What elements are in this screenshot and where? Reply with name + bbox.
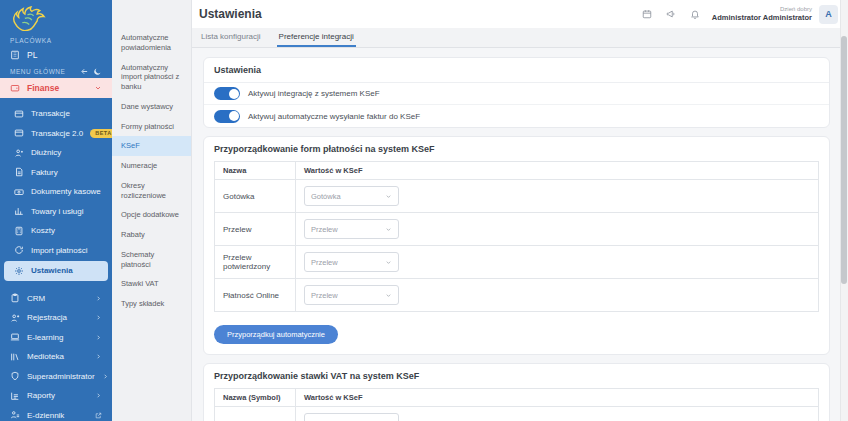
scrollbar-thumb[interactable] bbox=[841, 36, 847, 284]
submenu-item-numeracje[interactable]: Numeracje bbox=[112, 156, 191, 176]
vat-mapping-table: Nazwa (Symbol) Wartość w KSeF zw (zw) zw… bbox=[214, 388, 819, 421]
sidebar-item-transakcje-2-0[interactable]: Transakcje 2.0 BETA bbox=[0, 124, 112, 144]
sidebar-item-label: Dłużnicy bbox=[31, 148, 102, 157]
tab-preferencje-integracji[interactable]: Preferencje integracji bbox=[277, 28, 356, 47]
logo-eagle bbox=[0, 0, 112, 33]
tab-lista-konfiguracji[interactable]: Lista konfiguracji bbox=[199, 28, 263, 47]
column-header-wartosc: Wartość w KSeF bbox=[296, 389, 819, 407]
submenu-item-opcje-dodatkowe[interactable]: Opcje dodatkowe bbox=[112, 205, 191, 225]
cash-document-icon bbox=[14, 187, 24, 197]
avatar[interactable]: A bbox=[819, 5, 838, 24]
transactions-2-icon bbox=[14, 128, 24, 138]
costs-calculator-icon bbox=[14, 226, 24, 236]
vat-name: zw (zw) bbox=[215, 407, 296, 421]
ksef-value-select-przelew[interactable]: Przelew bbox=[304, 219, 399, 239]
table-row: Gotówka Gotówka bbox=[215, 180, 819, 213]
ksef-value-select-przelew-potwierdzony[interactable]: Przelew bbox=[304, 252, 399, 272]
card-title: Przyporządkowanie form płatności na syst… bbox=[204, 137, 829, 161]
wallet-icon bbox=[10, 83, 20, 93]
sidebar-item-faktury[interactable]: Faktury bbox=[0, 163, 112, 183]
sidebar-item-towary-i-uslugi[interactable]: Towary i usługi bbox=[0, 202, 112, 222]
sidebar-item-label: Import płatności bbox=[31, 246, 102, 255]
toggle-row-integration[interactable]: Aktywuj integrację z systemem KSeF bbox=[204, 83, 829, 105]
sidebar-item-crm[interactable]: CRM bbox=[0, 289, 112, 309]
dark-mode-moon-icon[interactable] bbox=[93, 67, 102, 76]
register-person-plus-icon bbox=[10, 313, 20, 323]
sidebar-item-label: CRM bbox=[27, 294, 88, 303]
external-link-icon bbox=[95, 412, 102, 419]
chevron-right-icon bbox=[95, 334, 102, 341]
sidebar-item-label: Transakcje 2.0 bbox=[31, 129, 83, 138]
ksef-value-select-gotowka[interactable]: Gotówka bbox=[304, 186, 399, 206]
submenu-item-automatyczny-import[interactable]: Automatyczny import płatności z banku bbox=[112, 58, 191, 97]
submenu-item-dane-wystawcy[interactable]: Dane wystawcy bbox=[112, 97, 191, 117]
sidebar-item-import-platnosci[interactable]: Import płatności bbox=[0, 241, 112, 261]
ksef-value-select-zw[interactable]: zw bbox=[304, 413, 399, 421]
sidebar-item-label: Superadministrator bbox=[27, 372, 95, 381]
sidebar-item-raporty[interactable]: Raporty bbox=[0, 386, 112, 406]
chevron-down-icon bbox=[94, 84, 102, 92]
select-value: Gotówka bbox=[311, 192, 341, 201]
sidebar-item-e-dziennik[interactable]: E-dziennik bbox=[0, 406, 112, 421]
sidebar-item-dokumenty-kasowe[interactable]: Dokumenty kasowe bbox=[0, 182, 112, 202]
ksef-settings-card: Ustawienia Aktywuj integrację z systemem… bbox=[203, 57, 830, 128]
toggle-label: Aktywuj integrację z systemem KSeF bbox=[248, 89, 380, 98]
sidebar-item-rejestracja[interactable]: Rejestracja bbox=[0, 308, 112, 328]
submenu-item-formy-platnosci[interactable]: Formy płatności bbox=[112, 117, 191, 137]
chevron-down-icon bbox=[385, 226, 392, 233]
sidebar-item-label: Transakcje bbox=[31, 109, 102, 118]
collapse-sidebar-icon[interactable] bbox=[80, 67, 89, 76]
ksef-value-select-platnosc-online[interactable]: Przelew bbox=[304, 285, 399, 305]
toggle-switch-on[interactable] bbox=[214, 110, 240, 123]
invoice-icon bbox=[14, 167, 24, 177]
org-section-label: PLACÓWKA bbox=[0, 33, 112, 46]
sidebar-item-transakcje[interactable]: Transakcje bbox=[0, 104, 112, 124]
bell-icon[interactable] bbox=[690, 9, 700, 19]
chevron-down-icon bbox=[385, 259, 392, 266]
megaphone-icon[interactable] bbox=[666, 9, 676, 19]
sidebar-item-label: Koszty bbox=[31, 226, 102, 235]
debtors-icon bbox=[14, 148, 24, 158]
submenu-item-ksef[interactable]: KSeF bbox=[112, 136, 191, 156]
sidebar-item-koszty[interactable]: Koszty bbox=[0, 221, 112, 241]
e-diary-icon bbox=[10, 410, 20, 420]
sidebar-item-label: Dokumenty kasowe bbox=[31, 187, 102, 196]
table-row: Płatność Online Przelew bbox=[215, 279, 819, 312]
sidebar-item-superadministrator[interactable]: Superadministrator bbox=[0, 367, 112, 387]
vertical-scrollbar[interactable] bbox=[840, 0, 848, 421]
sidebar-item-dluznicy[interactable]: Dłużnicy bbox=[0, 143, 112, 163]
settings-content: Ustawienia Aktywuj integrację z systemem… bbox=[192, 48, 848, 421]
auto-assign-button[interactable]: Przyporządkuj automatycznie bbox=[214, 325, 338, 344]
org-item[interactable]: PL bbox=[0, 46, 112, 64]
sidebar-item-e-learning[interactable]: E-learning bbox=[0, 328, 112, 348]
select-value: Przelew bbox=[311, 225, 338, 234]
main-menu-header: MENU GŁÓWNE bbox=[0, 64, 112, 78]
select-value: Przelew bbox=[311, 258, 338, 267]
submenu-item-stawki-vat[interactable]: Stawki VAT bbox=[112, 274, 191, 294]
calendar-icon[interactable] bbox=[642, 9, 652, 19]
sidebar-item-ustawienia[interactable]: Ustawienia bbox=[4, 261, 108, 281]
toggle-row-auto-send[interactable]: Aktywuj automatyczne wysyłanie faktur do… bbox=[204, 105, 829, 127]
submenu-item-okresy-rozliczeniowe[interactable]: Okresy rozliczeniowe bbox=[112, 176, 191, 206]
user-name: Administrator Administrator bbox=[712, 13, 812, 22]
crm-clipboard-icon bbox=[10, 293, 20, 303]
table-row: Przelew potwierdzony Przelew bbox=[215, 246, 819, 279]
submenu-item-automatyczne-powiadomienia[interactable]: Automatyczne powiadomienia bbox=[112, 28, 191, 58]
sidebar-item-finanse[interactable]: Finanse bbox=[0, 78, 112, 98]
submenu-item-rabaty[interactable]: Rabaty bbox=[112, 225, 191, 245]
main-area: Ustawienia Dzień dobry Administrator Adm… bbox=[192, 0, 848, 421]
submenu-item-typy-skladek[interactable]: Typy składek bbox=[112, 294, 191, 314]
sidebar-item-label: Rejestracja bbox=[27, 313, 88, 322]
column-header-wartosc: Wartość w KSeF bbox=[296, 162, 819, 180]
gear-icon bbox=[14, 266, 24, 276]
payment-name: Płatność Online bbox=[215, 279, 296, 312]
chevron-right-icon bbox=[95, 314, 102, 321]
toggle-switch-on[interactable] bbox=[214, 87, 240, 100]
sidebar: PLACÓWKA PL MENU GŁÓWNE Finanse bbox=[0, 0, 112, 421]
submenu-item-schematy-platnosci[interactable]: Schematy płatności bbox=[112, 245, 191, 275]
payment-name: Gotówka bbox=[215, 180, 296, 213]
payment-mapping-table: Nazwa Wartość w KSeF Gotówka Gotówka Prz… bbox=[214, 161, 819, 312]
table-row: Przelew Przelew bbox=[215, 213, 819, 246]
page-title: Ustawienia bbox=[199, 7, 642, 21]
sidebar-item-medioteka[interactable]: Medioteka bbox=[0, 347, 112, 367]
